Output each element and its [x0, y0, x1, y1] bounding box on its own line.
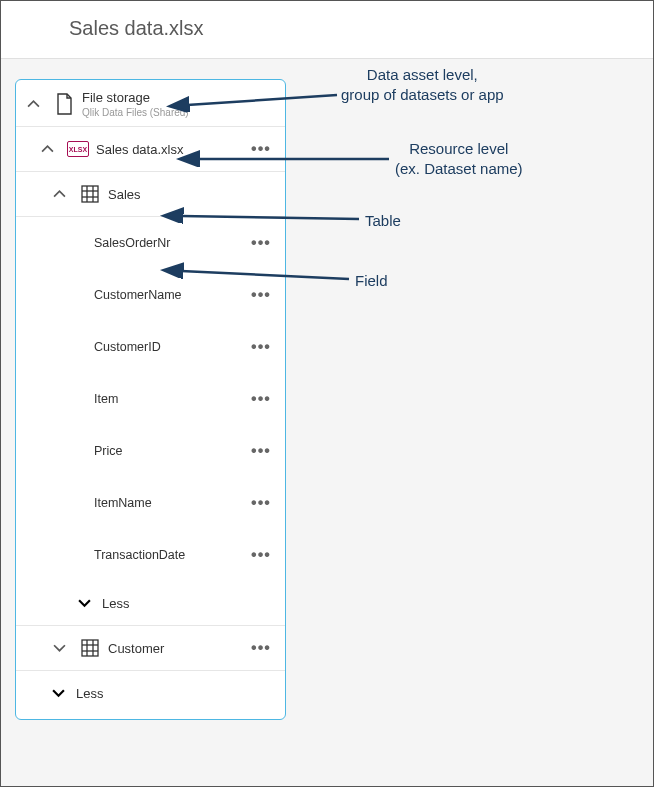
asset-row[interactable]: File storage Qlik Data Files (Shared): [16, 82, 285, 126]
chevron-down-icon[interactable]: [42, 642, 76, 655]
table-sales-row[interactable]: Sales: [16, 172, 285, 216]
chevron-up-icon[interactable]: [42, 188, 76, 201]
chevron-up-icon[interactable]: [30, 143, 64, 156]
less-label: Less: [70, 686, 103, 701]
field-row[interactable]: CustomerID •••: [16, 321, 285, 373]
table-icon: [76, 639, 104, 657]
more-menu[interactable]: •••: [247, 338, 275, 356]
page-header: Sales data.xlsx: [1, 1, 653, 59]
field-row[interactable]: Item •••: [16, 373, 285, 425]
resource-title: Sales data.xlsx: [96, 142, 247, 157]
page-title: Sales data.xlsx: [69, 17, 653, 40]
chevron-down-icon: [72, 597, 96, 610]
content-area: File storage Qlik Data Files (Shared) XL…: [1, 59, 653, 786]
lineage-tree-panel: File storage Qlik Data Files (Shared) XL…: [15, 79, 286, 720]
asset-title: File storage: [82, 90, 275, 105]
field-label: SalesOrderNr: [94, 236, 247, 250]
field-label: CustomerID: [94, 340, 247, 354]
field-label: Price: [94, 444, 247, 458]
more-menu[interactable]: •••: [247, 234, 275, 252]
svg-rect-0: [82, 186, 98, 202]
more-menu[interactable]: •••: [247, 639, 275, 657]
svg-rect-5: [82, 640, 98, 656]
field-row[interactable]: ItemName •••: [16, 477, 285, 529]
field-row[interactable]: Price •••: [16, 425, 285, 477]
less-label: Less: [96, 596, 129, 611]
more-menu[interactable]: •••: [247, 546, 275, 564]
field-label: ItemName: [94, 496, 247, 510]
more-menu[interactable]: •••: [247, 442, 275, 460]
less-toggle[interactable]: Less: [16, 671, 285, 715]
more-menu[interactable]: •••: [247, 390, 275, 408]
more-menu[interactable]: •••: [247, 286, 275, 304]
annotation-field: Field: [355, 271, 388, 291]
asset-subtitle: Qlik Data Files (Shared): [82, 107, 275, 118]
file-icon: [50, 93, 78, 115]
more-menu[interactable]: •••: [247, 494, 275, 512]
less-toggle[interactable]: Less: [16, 581, 285, 625]
field-row[interactable]: SalesOrderNr •••: [16, 217, 285, 269]
resource-row[interactable]: XLSX Sales data.xlsx •••: [16, 127, 285, 171]
field-label: Item: [94, 392, 247, 406]
annotation-table: Table: [365, 211, 401, 231]
chevron-up-icon[interactable]: [16, 98, 50, 111]
table-icon: [76, 185, 104, 203]
more-menu[interactable]: •••: [247, 140, 275, 158]
table-customer-title: Customer: [108, 641, 247, 656]
chevron-down-icon: [46, 687, 70, 700]
field-label: TransactionDate: [94, 548, 247, 562]
field-label: CustomerName: [94, 288, 247, 302]
table-customer-row[interactable]: Customer •••: [16, 626, 285, 670]
table-sales-title: Sales: [108, 187, 275, 202]
xlsx-icon: XLSX: [64, 141, 92, 157]
annotation-asset: Data asset level,group of datasets or ap…: [341, 65, 504, 104]
field-row[interactable]: TransactionDate •••: [16, 529, 285, 581]
field-row[interactable]: CustomerName •••: [16, 269, 285, 321]
annotation-resource: Resource level(ex. Dataset name): [395, 139, 523, 178]
